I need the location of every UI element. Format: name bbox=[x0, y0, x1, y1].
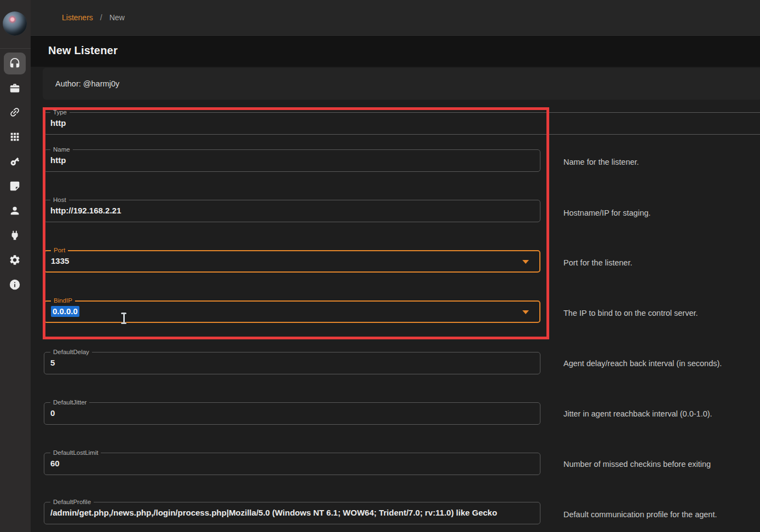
name-label: Name bbox=[50, 146, 73, 154]
top-bar: Listeners / New bbox=[31, 0, 760, 36]
plug-icon bbox=[9, 229, 21, 241]
sidebar-item-listeners[interactable] bbox=[4, 53, 26, 74]
defaultjitter-help: Jitter in agent reachback interval (0.0-… bbox=[563, 409, 712, 418]
port-select[interactable]: Port 1335 bbox=[44, 250, 540, 273]
defaultprofile-help: Default communication profile for the ag… bbox=[563, 510, 717, 519]
name-field[interactable]: Name http bbox=[44, 149, 540, 172]
host-label: Host bbox=[50, 196, 69, 204]
defaultlostlimit-help: Number of missed checkins before exiting bbox=[563, 460, 711, 469]
bindip-select[interactable]: BindIP 0.0.0.0 bbox=[44, 300, 540, 323]
sidebar-item-interact[interactable] bbox=[4, 101, 26, 123]
gear-icon bbox=[9, 254, 21, 266]
type-value: http bbox=[50, 118, 66, 128]
grid-icon bbox=[9, 131, 21, 143]
port-value: 1335 bbox=[51, 256, 69, 265]
person-icon bbox=[9, 205, 21, 217]
type-label: Type bbox=[50, 108, 70, 117]
sidebar-item-users[interactable] bbox=[4, 200, 26, 222]
note-icon bbox=[9, 180, 21, 192]
page-header: New Listener bbox=[31, 36, 760, 67]
sidebar-item-settings[interactable] bbox=[4, 249, 26, 271]
bindip-help: The IP to bind to on the control server. bbox=[563, 309, 698, 317]
info-icon bbox=[9, 279, 21, 291]
starkiller-app: Listeners / New New Listener Author: @ha… bbox=[0, 0, 760, 532]
defaultlostlimit-field[interactable]: DefaultLostLimit 60 bbox=[44, 453, 540, 475]
headset-icon bbox=[9, 57, 21, 70]
defaultprofile-label: DefaultProfile bbox=[50, 498, 94, 506]
defaultlostlimit-label: DefaultLostLimit bbox=[50, 449, 101, 457]
port-help: Port for the listener. bbox=[563, 258, 632, 267]
sidebar-item-modules[interactable] bbox=[4, 126, 26, 148]
app-logo bbox=[3, 11, 27, 36]
defaultprofile-field[interactable]: DefaultProfile /admin/get.php,/news.php,… bbox=[44, 502, 540, 524]
name-value: http bbox=[50, 155, 66, 165]
sidebar-item-plugins[interactable] bbox=[4, 224, 26, 246]
defaultjitter-value: 0 bbox=[50, 408, 55, 418]
dropdown-arrow-icon[interactable] bbox=[522, 260, 529, 264]
breadcrumb-separator: / bbox=[100, 13, 102, 22]
breadcrumb-current: New bbox=[110, 13, 125, 22]
text-cursor bbox=[120, 313, 127, 324]
defaultjitter-label: DefaultJitter bbox=[50, 398, 89, 407]
defaultdelay-label: DefaultDelay bbox=[50, 348, 92, 356]
type-field[interactable]: Type http bbox=[44, 112, 760, 135]
breadcrumb: Listeners / New bbox=[62, 13, 125, 22]
defaultjitter-field[interactable]: DefaultJitter 0 bbox=[44, 402, 540, 425]
sidebar-item-about[interactable] bbox=[4, 274, 26, 296]
bindip-label: BindIP bbox=[51, 297, 75, 305]
link-icon bbox=[9, 106, 21, 118]
dropdown-arrow-icon[interactable] bbox=[522, 310, 529, 314]
defaultdelay-value: 5 bbox=[50, 358, 55, 367]
defaultlostlimit-value: 60 bbox=[50, 459, 60, 468]
briefcase-icon bbox=[9, 82, 21, 94]
page-title: New Listener bbox=[48, 44, 118, 57]
bindip-value: 0.0.0.0 bbox=[51, 307, 79, 316]
selected-text: 0.0.0.0 bbox=[51, 306, 79, 317]
host-help: Hostname/IP for staging. bbox=[563, 209, 650, 217]
defaultprofile-value: /admin/get.php,/news.php,/login/process.… bbox=[50, 508, 497, 517]
sidebar-item-stagers[interactable] bbox=[4, 77, 26, 99]
sidebar bbox=[0, 0, 31, 532]
defaultdelay-help: Agent delay/reach back interval (in seco… bbox=[563, 359, 722, 368]
host-field[interactable]: Host http://192.168.2.21 bbox=[44, 200, 540, 222]
sidebar-item-reporting[interactable] bbox=[4, 175, 26, 197]
name-help: Name for the listener. bbox=[563, 158, 639, 166]
sidebar-item-credentials[interactable] bbox=[4, 151, 26, 172]
author-card: Author: @harmj0y bbox=[43, 68, 760, 100]
host-value: http://192.168.2.21 bbox=[50, 206, 121, 215]
key-icon bbox=[9, 155, 21, 167]
sidebar-divider bbox=[0, 48, 31, 49]
port-label: Port bbox=[51, 246, 68, 255]
author-text: Author: @harmj0y bbox=[55, 79, 119, 88]
defaultdelay-field[interactable]: DefaultDelay 5 bbox=[44, 352, 540, 374]
breadcrumb-link-listeners[interactable]: Listeners bbox=[62, 13, 93, 22]
